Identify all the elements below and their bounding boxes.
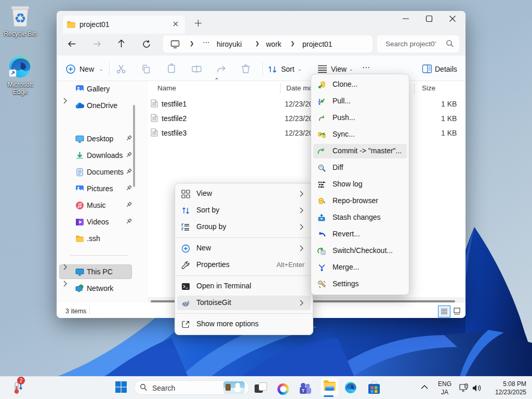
svg-text:♻: ♻	[14, 10, 26, 26]
svg-text:T: T	[302, 388, 305, 393]
